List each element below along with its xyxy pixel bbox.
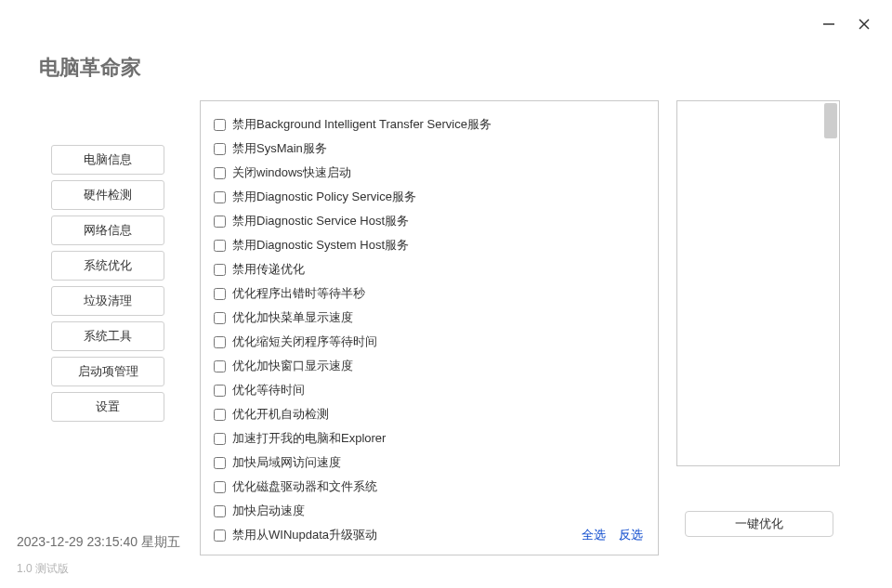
sidebar-item-tools[interactable]: 系统工具 [51, 321, 164, 351]
optimize-label: 加快局域网访问速度 [232, 454, 341, 471]
sidebar-item-label: 网络信息 [84, 222, 132, 239]
sidebar-item-optimize[interactable]: 系统优化 [51, 251, 164, 281]
optimize-label: 禁用Diagnostic Policy Service服务 [232, 189, 416, 205]
optimize-label: 优化开机自动检测 [232, 406, 329, 423]
optimize-item: 加快局域网访问速度 [214, 451, 645, 475]
optimize-item: 加快启动速度 [214, 499, 645, 523]
optimize-label: 优化等待时间 [232, 382, 305, 399]
sidebar-item-label: 垃圾清理 [84, 293, 132, 309]
optimize-label: 优化缩短关闭程序等待时间 [232, 333, 377, 350]
scrollbar-thumb[interactable] [824, 103, 837, 138]
invert-select-link[interactable]: 反选 [619, 527, 643, 543]
optimize-item: 禁用Diagnostic Policy Service服务 [214, 185, 645, 209]
optimize-checkbox[interactable] [214, 240, 226, 252]
optimize-item: 关闭windows快速启动 [214, 161, 645, 185]
optimize-checkbox[interactable] [214, 409, 226, 421]
optimize-checkbox[interactable] [214, 481, 226, 493]
window-controls [820, 15, 873, 33]
optimize-checkbox[interactable] [214, 505, 226, 517]
optimize-checkbox[interactable] [214, 288, 226, 300]
optimize-item: 优化等待时间 [214, 378, 645, 402]
optimize-label: 优化加快窗口显示速度 [232, 358, 353, 374]
select-all-link[interactable]: 全选 [582, 527, 606, 543]
sidebar-item-label: 硬件检测 [84, 187, 132, 203]
run-optimize-button[interactable]: 一键优化 [685, 511, 833, 537]
optimize-item: 优化加快菜单显示速度 [214, 306, 645, 330]
sidebar-item-cleanup[interactable]: 垃圾清理 [51, 286, 164, 316]
optimize-checkbox[interactable] [214, 191, 226, 203]
optimize-item: 优化开机自动检测 [214, 402, 645, 426]
sidebar-item-pcinfo[interactable]: 电脑信息 [51, 145, 164, 175]
optimize-label: 禁用Diagnostic Service Host服务 [232, 213, 409, 229]
version-label: 1.0 测试版 [17, 561, 69, 577]
log-panel [676, 100, 840, 466]
optimize-label: 加快启动速度 [232, 503, 305, 519]
optimize-checkbox[interactable] [214, 433, 226, 445]
optimize-list-panel: 禁用Background Intelligent Transfer Servic… [200, 100, 659, 555]
run-optimize-label: 一键优化 [735, 516, 783, 532]
sidebar-item-label: 启动项管理 [78, 363, 138, 380]
optimize-checkbox[interactable] [214, 360, 226, 372]
optimize-label: 禁用Background Intelligent Transfer Servic… [232, 116, 492, 133]
sidebar-item-label: 系统优化 [84, 257, 132, 274]
optimize-checkbox[interactable] [214, 167, 226, 179]
optimize-item: 优化加快窗口显示速度 [214, 354, 645, 378]
close-button[interactable] [855, 15, 873, 33]
minimize-button[interactable] [820, 15, 838, 33]
optimize-label: 禁用Diagnostic System Host服务 [232, 237, 409, 254]
sidebar-item-settings[interactable]: 设置 [51, 392, 164, 422]
optimize-item: 禁用SysMain服务 [214, 137, 645, 161]
app-title: 电脑革命家 [39, 54, 141, 82]
optimize-checkbox[interactable] [214, 216, 226, 228]
optimize-item: 禁用Background Intelligent Transfer Servic… [214, 112, 645, 137]
optimize-checkbox[interactable] [214, 529, 226, 542]
optimize-item: 优化缩短关闭程序等待时间 [214, 330, 645, 354]
optimize-label: 优化程序出错时等待半秒 [232, 285, 365, 302]
sidebar-item-label: 系统工具 [84, 328, 132, 345]
sidebar-item-label: 设置 [96, 399, 120, 415]
optimize-item: 加速打开我的电脑和Explorer [214, 426, 645, 451]
optimize-checkbox[interactable] [214, 264, 226, 276]
optimize-checkbox[interactable] [214, 119, 226, 131]
optimize-label: 禁用SysMain服务 [232, 140, 327, 157]
optimize-item: 禁用从WINupdata升级驱动 [214, 523, 645, 547]
optimize-checkbox[interactable] [214, 143, 226, 155]
optimize-label: 关闭windows快速启动 [232, 164, 351, 181]
sidebar-item-startup[interactable]: 启动项管理 [51, 357, 164, 386]
sidebar-item-hardware[interactable]: 硬件检测 [51, 180, 164, 210]
optimize-label: 优化加快菜单显示速度 [232, 309, 353, 326]
datetime-label: 2023-12-29 23:15:40 星期五 [17, 534, 180, 551]
optimize-item: 禁用传递优化 [214, 257, 645, 281]
sidebar: 电脑信息 硬件检测 网络信息 系统优化 垃圾清理 系统工具 启动项管理 设置 [51, 145, 164, 422]
sidebar-item-label: 电脑信息 [84, 151, 132, 168]
optimize-item: 优化程序出错时等待半秒 [214, 281, 645, 306]
optimize-checkbox[interactable] [214, 457, 226, 469]
sidebar-item-network[interactable]: 网络信息 [51, 216, 164, 245]
select-links: 全选 反选 [582, 527, 643, 543]
optimize-checkbox[interactable] [214, 336, 226, 348]
optimize-item: 禁用Diagnostic System Host服务 [214, 233, 645, 257]
optimize-checkbox[interactable] [214, 312, 226, 324]
optimize-label: 加速打开我的电脑和Explorer [232, 430, 386, 447]
optimize-label: 禁用从WINupdata升级驱动 [232, 527, 377, 543]
optimize-item: 优化磁盘驱动器和文件系统 [214, 475, 645, 499]
optimize-item: 禁用Diagnostic Service Host服务 [214, 209, 645, 233]
optimize-checkbox[interactable] [214, 385, 226, 397]
optimize-label: 禁用传递优化 [232, 261, 305, 278]
optimize-label: 优化磁盘驱动器和文件系统 [232, 478, 377, 495]
